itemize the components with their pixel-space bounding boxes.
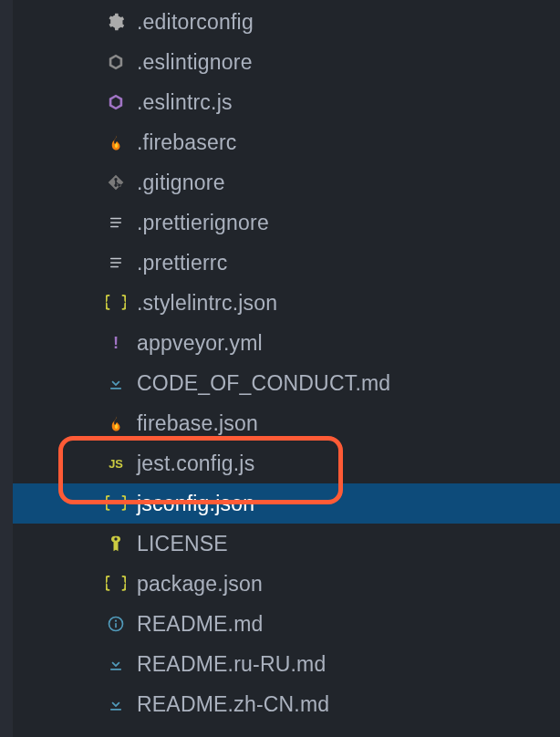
- file-label: jsconfig.json: [137, 492, 254, 516]
- file-label: .editorconfig: [137, 10, 254, 35]
- fire-icon: [106, 413, 126, 433]
- file-row[interactable]: firebase.json: [13, 403, 560, 443]
- file-label: .gitignore: [137, 171, 225, 195]
- file-row[interactable]: .prettierrc: [13, 243, 560, 283]
- file-row[interactable]: { }jsconfig.json: [13, 483, 560, 524]
- file-row[interactable]: !appveyor.yml: [13, 323, 560, 363]
- braces-icon: { }: [106, 493, 126, 514]
- file-row[interactable]: { }package.json: [13, 564, 560, 604]
- gear-icon: [106, 12, 126, 32]
- hex-icon: [106, 92, 126, 112]
- file-label: appveyor.yml: [137, 331, 263, 356]
- lines-icon: [106, 253, 126, 273]
- activity-bar: [0, 0, 13, 737]
- file-row[interactable]: .firebaserc: [13, 122, 560, 162]
- file-row[interactable]: README.ru-RU.md: [13, 644, 560, 684]
- git-icon: [106, 172, 126, 192]
- fire-icon: [106, 132, 126, 152]
- file-label: .prettierignore: [137, 211, 269, 235]
- file-row[interactable]: { }.stylelintrc.json: [13, 283, 560, 323]
- file-row[interactable]: CODE_OF_CONDUCT.md: [13, 363, 560, 403]
- arrow-down-icon: [106, 654, 126, 674]
- file-label: .prettierrc: [137, 251, 227, 275]
- file-row[interactable]: .gitignore: [13, 162, 560, 202]
- braces-icon: { }: [106, 293, 126, 313]
- braces-icon: { }: [106, 574, 126, 594]
- file-row[interactable]: README.md: [13, 604, 560, 644]
- key-icon: [106, 534, 126, 554]
- lines-icon: [106, 213, 126, 233]
- svg-text:{ }: { }: [106, 293, 126, 311]
- svg-point-6: [115, 620, 117, 622]
- file-label: README.zh-CN.md: [137, 692, 329, 717]
- file-label: jest.config.js: [137, 452, 254, 476]
- file-row[interactable]: .prettierignore: [13, 202, 560, 243]
- file-label: package.json: [137, 572, 263, 597]
- file-label: .eslintrc.js: [137, 90, 233, 115]
- file-explorer: .editorconfig.eslintignore.eslintrc.js.f…: [13, 0, 560, 737]
- file-row[interactable]: README.zh-CN.md: [13, 684, 560, 724]
- file-row[interactable]: .editorconfig: [13, 2, 560, 42]
- file-label: .firebaserc: [137, 130, 237, 155]
- arrow-down-icon: [106, 373, 126, 393]
- file-row[interactable]: LICENSE: [13, 524, 560, 564]
- file-label: .stylelintrc.json: [137, 291, 277, 316]
- svg-text:{ }: { }: [106, 493, 126, 512]
- info-icon: [106, 614, 126, 634]
- file-row[interactable]: .eslintignore: [13, 42, 560, 82]
- svg-text:!: !: [113, 333, 119, 352]
- file-row[interactable]: JSjest.config.js: [13, 443, 560, 483]
- file-label: .eslintignore: [137, 50, 253, 75]
- file-label: firebase.json: [137, 411, 258, 436]
- file-label: LICENSE: [137, 532, 228, 556]
- svg-rect-7: [115, 623, 117, 628]
- js-icon: JS: [106, 453, 126, 473]
- svg-text:JS: JS: [109, 457, 123, 471]
- hex-icon: [106, 52, 126, 72]
- file-label: README.md: [137, 612, 264, 637]
- file-label: CODE_OF_CONDUCT.md: [137, 371, 390, 396]
- file-list: .editorconfig.eslintignore.eslintrc.js.f…: [13, 2, 560, 724]
- arrow-down-icon: [106, 694, 126, 714]
- file-label: README.ru-RU.md: [137, 652, 326, 677]
- bang-icon: !: [106, 333, 126, 353]
- svg-text:{ }: { }: [106, 574, 126, 592]
- file-row[interactable]: .eslintrc.js: [13, 82, 560, 122]
